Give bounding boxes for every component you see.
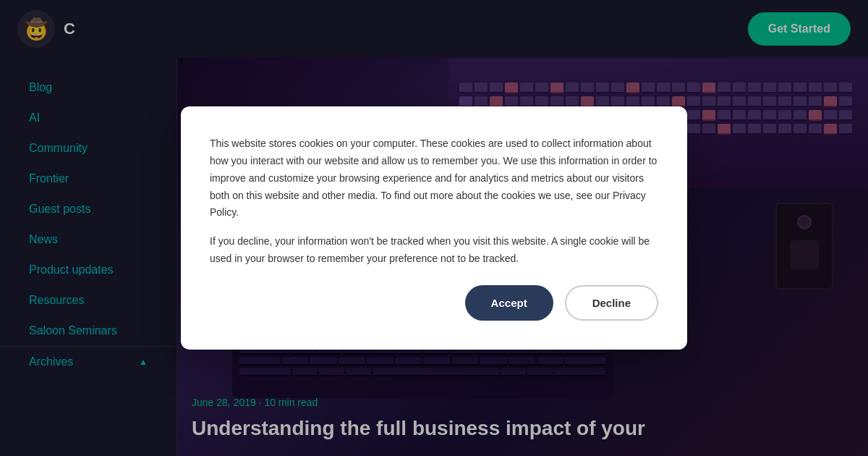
cookie-modal: This website stores cookies on your comp… xyxy=(181,106,687,350)
cookie-text-primary: This website stores cookies on your comp… xyxy=(210,135,658,221)
cookie-modal-overlay: This website stores cookies on your comp… xyxy=(0,0,868,456)
cookie-text-secondary: If you decline, your information won't b… xyxy=(210,233,658,268)
accept-button[interactable]: Accept xyxy=(465,285,553,321)
decline-button[interactable]: Decline xyxy=(565,285,658,321)
cookie-buttons: Accept Decline xyxy=(210,285,658,321)
